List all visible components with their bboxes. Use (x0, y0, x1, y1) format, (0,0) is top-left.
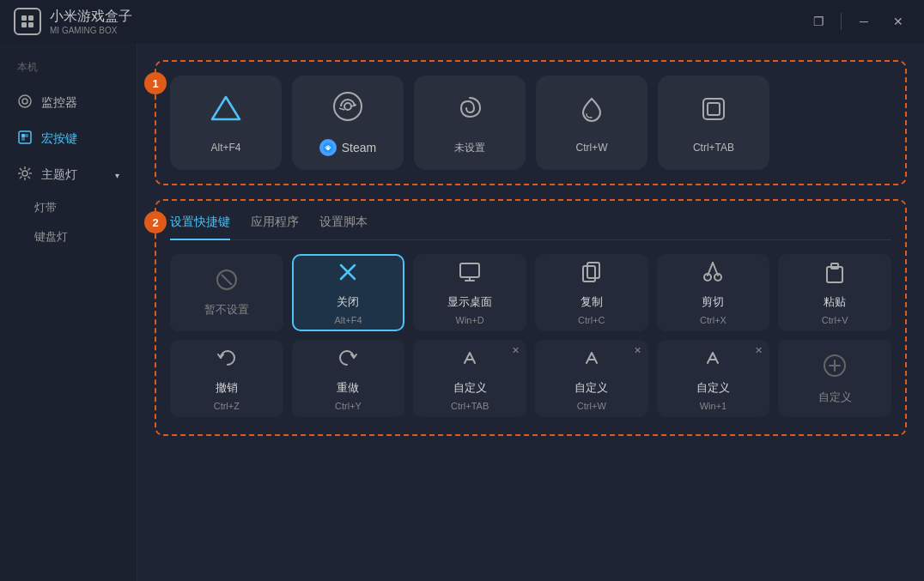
desktop-title: 显示桌面 (447, 294, 492, 310)
window-controls: ❐ ─ ✕ (806, 9, 910, 33)
key-btn-ctrl-w[interactable]: Ctrl+W (536, 76, 647, 170)
sidebar-subitem-keyboard-light[interactable]: 键盘灯 (0, 222, 137, 251)
svg-rect-29 (460, 263, 479, 277)
key-label-ctrl-w: Ctrl+W (576, 142, 608, 154)
svg-point-20 (344, 103, 351, 110)
sidebar-item-theme[interactable]: 主题灯 ▾ (0, 157, 137, 193)
shortcut-card-cut[interactable]: 剪切 Ctrl+X (657, 254, 770, 331)
panel-1-number: 1 (144, 72, 167, 94)
controls-separator (841, 13, 842, 30)
svg-rect-0 (21, 15, 27, 21)
shortcut-card-custom-3[interactable]: ✕ 自定义 Win+1 (657, 340, 770, 417)
tab-set-shortcut[interactable]: 设置快捷键 (170, 215, 230, 240)
panel-1: 1 Alt+F4 (155, 60, 907, 185)
svg-line-17 (28, 168, 31, 171)
svg-rect-32 (587, 263, 599, 278)
key-btn-alt-f4[interactable]: Alt+F4 (170, 76, 282, 170)
key-btn-ctrl-tab[interactable]: Ctrl+TAB (658, 76, 769, 170)
copy-sub: Ctrl+C (578, 315, 605, 325)
no-set-icon (215, 268, 239, 297)
steam-label-row: Steam (319, 139, 376, 156)
close-icon (336, 260, 360, 289)
sidebar-item-theme-label: 主题灯 (41, 167, 77, 183)
cut-sub: Ctrl+X (700, 315, 726, 325)
svg-rect-3 (28, 22, 33, 27)
paste-icon (823, 260, 847, 289)
custom-2-close[interactable]: ✕ (634, 345, 641, 356)
sidebar-item-macro[interactable]: 宏按键 (0, 121, 137, 157)
shortcut-card-custom-1[interactable]: ✕ 自定义 Ctrl+TAB (413, 340, 526, 417)
close-title: 关闭 (337, 294, 359, 310)
app-logo: 小米游戏盒子 MI GAMING BOX (14, 8, 132, 35)
custom-2-title: 自定义 (574, 380, 608, 396)
shortcut-card-redo[interactable]: 重做 Ctrl+Y (292, 340, 405, 417)
undo-sub: Ctrl+Z (214, 401, 240, 411)
cut-icon (701, 260, 725, 289)
steam-icon (331, 89, 365, 130)
svg-line-36 (708, 263, 713, 275)
svg-line-37 (713, 263, 718, 275)
triangle-icon (209, 92, 243, 133)
copy-title: 复制 (581, 294, 603, 310)
shortcut-card-show-desktop[interactable]: 显示桌面 Win+D (413, 254, 526, 331)
theme-expand-icon: ▾ (115, 171, 119, 180)
shortcut-card-close[interactable]: 关闭 Alt+F4 (292, 254, 405, 331)
redo-icon (336, 346, 360, 375)
svg-point-22 (326, 147, 330, 150)
sidebar-item-monitor[interactable]: 监控器 (0, 85, 137, 121)
logo-text: 小米游戏盒子 MI GAMING BOX (50, 8, 132, 35)
svg-rect-6 (19, 131, 31, 143)
svg-line-15 (20, 168, 22, 171)
tabs-row: 设置快捷键 应用程序 设置脚本 (170, 215, 891, 240)
custom-3-sub: Win+1 (700, 401, 727, 411)
shortcut-card-unset[interactable]: 暂不设置 (170, 254, 283, 331)
drop-icon (574, 92, 609, 133)
shortcut-card-custom-2[interactable]: ✕ 自定义 Ctrl+W (535, 340, 648, 417)
desktop-sub: Win+D (456, 315, 484, 325)
sidebar-section-label: 本机 (0, 57, 137, 85)
sidebar-item-macro-label: 宏按键 (41, 131, 77, 147)
custom-1-close[interactable]: ✕ (512, 345, 520, 356)
monitor-icon (17, 94, 33, 112)
restore-button[interactable]: ❐ (806, 9, 830, 33)
sidebar-subitem-light-strip[interactable]: 灯带 (0, 193, 137, 222)
paste-title: 粘贴 (824, 294, 846, 310)
custom-1-title: 自定义 (453, 380, 487, 396)
svg-point-5 (22, 99, 27, 104)
desktop-icon (458, 260, 482, 289)
panel-2-number: 2 (144, 211, 167, 233)
key-btn-unset[interactable]: 未设置 (414, 76, 526, 170)
shortcut-grid-row1: 暂不设置 关闭 Alt+F4 (170, 254, 891, 331)
svg-rect-7 (21, 134, 25, 137)
custom-3-close[interactable]: ✕ (755, 345, 763, 356)
key-row: Alt+F4 (170, 76, 891, 170)
tab-set-script[interactable]: 设置脚本 (319, 215, 368, 240)
custom-1-icon (458, 346, 482, 375)
shortcut-card-add[interactable]: 自定义 (778, 340, 891, 417)
tab-applications[interactable]: 应用程序 (251, 215, 299, 240)
close-button[interactable]: ✕ (886, 9, 910, 33)
shortcut-card-undo[interactable]: 撤销 Ctrl+Z (170, 340, 283, 417)
svg-marker-19 (212, 97, 240, 119)
spiral-icon (453, 91, 487, 132)
minimize-button[interactable]: ─ (852, 9, 876, 33)
undo-icon (215, 346, 239, 375)
custom-3-title: 自定义 (696, 380, 730, 396)
svg-line-18 (20, 177, 22, 179)
svg-rect-2 (21, 22, 27, 27)
square-rounded-icon (696, 92, 731, 133)
sidebar: 本机 监控器 宏按键 (0, 43, 137, 581)
shortcut-card-copy[interactable]: 复制 Ctrl+C (535, 254, 648, 331)
svg-rect-33 (583, 266, 595, 281)
redo-sub: Ctrl+Y (335, 401, 362, 411)
main-content: 1 Alt+F4 (137, 43, 924, 581)
svg-line-16 (28, 177, 31, 179)
key-btn-steam[interactable]: Steam (292, 76, 404, 170)
svg-line-26 (222, 275, 232, 285)
custom-1-sub: Ctrl+TAB (451, 401, 489, 411)
svg-point-10 (22, 171, 27, 176)
shortcut-card-paste[interactable]: 粘贴 Ctrl+V (778, 254, 891, 331)
add-icon (822, 353, 848, 384)
custom-3-icon (701, 346, 725, 375)
macro-icon (17, 130, 33, 148)
